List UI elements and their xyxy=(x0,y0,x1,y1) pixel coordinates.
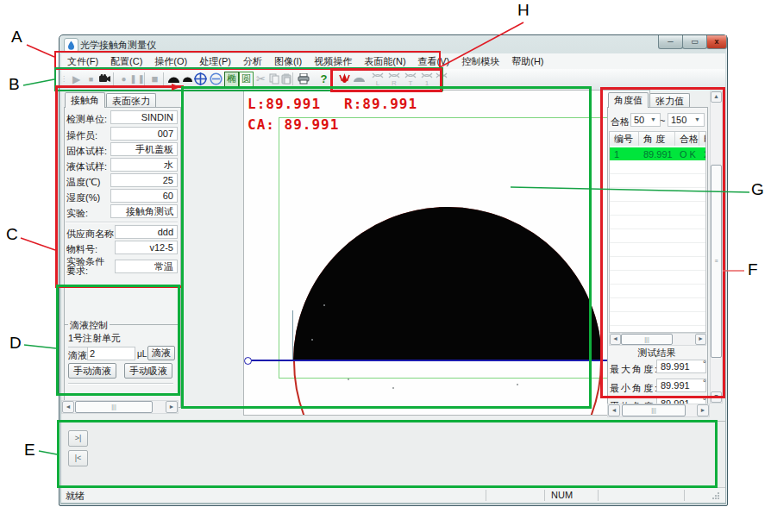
menu-config[interactable]: 配置(C) xyxy=(104,54,148,68)
menu-help[interactable]: 帮助(H) xyxy=(505,54,549,68)
scroll-thumb[interactable]: ||| xyxy=(621,334,673,345)
angle-tool-top-icon[interactable]: T xyxy=(403,72,417,86)
field-label-liquid-sample: 液体试样: xyxy=(66,160,107,173)
screenshot-canvas: 光学接触角测量仪 ─ ▭ x 文件(F) 配置(C) 操作(O) 处理(P) 分… xyxy=(0,0,771,532)
scroll-right-arrow[interactable]: ► xyxy=(166,401,178,413)
paste-icon[interactable] xyxy=(279,72,293,86)
status-bar: 就绪 NUM xyxy=(61,487,725,503)
image-noise-dot xyxy=(517,384,518,385)
empty-table-row xyxy=(610,216,705,229)
field-unit[interactable]: SINDIN xyxy=(110,110,178,124)
dispense-button[interactable]: 滴液 xyxy=(147,346,175,360)
table-hscrollbar[interactable]: ◄ ||| ► xyxy=(609,333,706,346)
baseline[interactable] xyxy=(248,360,646,361)
minus-circle-icon[interactable] xyxy=(209,72,223,86)
range-min-value: 50 xyxy=(634,115,644,125)
menu-file[interactable]: 文件(F) xyxy=(61,54,104,68)
right-hscrollbar[interactable]: ◄ ||| ► xyxy=(607,404,710,417)
field-temperature[interactable]: 25 xyxy=(110,173,178,187)
scroll-down-arrow[interactable]: ▼ xyxy=(711,391,722,403)
menu-control-module[interactable]: 控制模块 xyxy=(455,54,505,68)
col-header-qualified[interactable]: 合格 xyxy=(675,132,699,147)
injector-unit-tab[interactable]: 1号注射单元 xyxy=(68,332,123,347)
crosshair-icon[interactable] xyxy=(193,72,208,86)
scroll-right-arrow[interactable]: ► xyxy=(695,334,706,345)
menu-view[interactable]: 查看(V) xyxy=(412,54,456,68)
tab-angle-values[interactable]: 角度值 xyxy=(608,92,649,108)
menu-image[interactable]: 图像(I) xyxy=(268,54,308,68)
angle-tool-left-icon[interactable]: L xyxy=(370,72,385,86)
sessile-drop-icon[interactable] xyxy=(166,72,181,86)
menu-operate[interactable]: 操作(O) xyxy=(148,54,193,68)
col-header-angle[interactable]: 角 度 xyxy=(639,132,675,147)
drop-volume-input[interactable]: 2 xyxy=(87,347,135,360)
right-angle-readout: R:89.991 xyxy=(344,96,417,112)
pause-button-icon[interactable]: ❚❚ xyxy=(130,72,145,86)
field-operator[interactable]: 007 xyxy=(110,127,178,141)
close-button[interactable]: x xyxy=(706,35,727,49)
angle-tool-1-icon[interactable]: 1 xyxy=(419,72,434,86)
manual-dispense-button[interactable]: 手动滴液 xyxy=(68,363,116,379)
range-max-combo[interactable]: 150▼ xyxy=(668,113,705,127)
scroll-up-arrow[interactable]: ▲ xyxy=(711,91,722,103)
manual-aspirate-button[interactable]: 手动吸液 xyxy=(124,363,172,379)
circle-fit-button[interactable]: 圆 xyxy=(239,72,254,87)
camera-icon[interactable] xyxy=(97,72,112,86)
cell-angle: 89.991 xyxy=(639,149,675,160)
play-button-icon[interactable]: ▶ xyxy=(69,72,84,86)
field-label-experiment: 实验: xyxy=(66,207,88,220)
field-material-no[interactable]: v12-5 xyxy=(115,241,178,254)
resize-grip[interactable] xyxy=(711,491,720,500)
scroll-thumb[interactable]: ||| xyxy=(622,404,686,416)
field-liquid-sample[interactable]: 水 xyxy=(110,158,178,172)
minimize-button[interactable]: ─ xyxy=(658,35,683,49)
print-icon[interactable] xyxy=(296,72,310,86)
scroll-left-arrow[interactable]: ◄ xyxy=(62,401,74,413)
baseline-left-handle[interactable] xyxy=(244,357,252,365)
chevron-down-icon[interactable]: ▼ xyxy=(650,115,656,125)
field-condition[interactable]: 常温 xyxy=(115,260,178,273)
help-icon[interactable]: ? xyxy=(317,72,331,86)
gray-drop-icon[interactable] xyxy=(352,72,367,86)
field-experiment[interactable]: 接触角测试 xyxy=(110,204,178,218)
menu-video[interactable]: 视频操作 xyxy=(308,54,358,68)
tab-contact-angle[interactable]: 接触角 xyxy=(65,92,105,108)
scroll-left-arrow[interactable]: ◄ xyxy=(610,334,621,345)
scroll-thumb[interactable]: ||| xyxy=(75,401,153,413)
range-min-combo[interactable]: 50▼ xyxy=(630,113,661,127)
toolbar-separator xyxy=(292,72,293,85)
menu-analyze[interactable]: 分析 xyxy=(237,54,268,68)
maximize-button[interactable]: ▭ xyxy=(682,35,707,49)
field-solid-sample[interactable]: 手机盖板 xyxy=(110,142,178,156)
angle-tool-right-icon[interactable]: R xyxy=(386,72,401,86)
field-humidity[interactable]: 60 xyxy=(110,189,178,203)
col-header-id[interactable]: 编号 xyxy=(610,132,639,147)
tab-surface-tension[interactable]: 表面张力 xyxy=(106,93,156,108)
col-header-time[interactable]: 时 xyxy=(699,132,705,147)
tab-tension-values[interactable]: 张力值 xyxy=(649,93,690,108)
scroll-right-arrow[interactable]: ► xyxy=(697,404,709,416)
field-supplier[interactable]: ddd xyxy=(115,225,178,239)
stop-capture-icon[interactable]: ■ xyxy=(147,72,162,86)
table-row[interactable]: 1 89.991 O K 2 xyxy=(610,147,705,160)
right-vscrollbar[interactable]: ▲ ≡ ▼ xyxy=(710,91,723,404)
step-forward-button[interactable]: >| xyxy=(68,430,88,447)
menu-surface-energy[interactable]: 表面能(N) xyxy=(358,54,411,68)
results-table-body: 1 89.991 O K 2 xyxy=(609,146,706,333)
cell-time: 2 xyxy=(699,149,705,160)
cell-qualified: O K xyxy=(675,149,699,160)
drop-image-view[interactable]: L:89.991 R:89.991 CA: 89.991 xyxy=(243,90,650,416)
stop-button-icon[interactable]: ■ xyxy=(84,72,98,86)
ellipse-fit-button[interactable]: 椭 xyxy=(224,72,239,87)
test-results-title: 测试结果 xyxy=(607,347,706,360)
dispense-drop-icon[interactable] xyxy=(337,72,352,86)
title-bar[interactable]: 光学接触角测量仪 ─ ▭ x xyxy=(60,35,727,54)
scroll-left-arrow[interactable]: ◄ xyxy=(608,404,620,416)
angle-tool-2-icon[interactable]: 2 xyxy=(434,72,448,86)
left-hscrollbar[interactable]: ◄ ||| ► xyxy=(61,400,179,414)
menu-process[interactable]: 处理(P) xyxy=(193,54,237,68)
scroll-thumb[interactable]: ≡ xyxy=(711,165,722,358)
chevron-down-icon[interactable]: ▼ xyxy=(694,115,700,125)
step-back-button[interactable]: |< xyxy=(68,450,88,466)
callout-line-C xyxy=(21,238,55,250)
